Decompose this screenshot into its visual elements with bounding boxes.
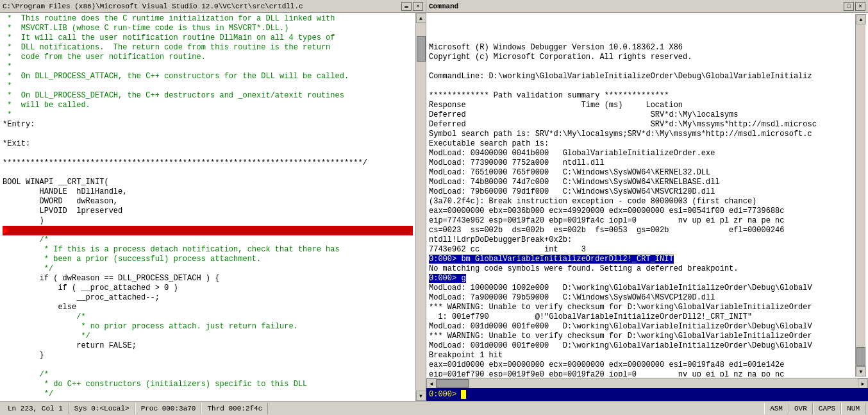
command-content: Microsoft (R) Windows Debugger Version 1…	[426, 13, 868, 401]
code-line: *Exit:	[3, 139, 413, 149]
close-button[interactable]: ✕	[413, 2, 423, 11]
cmd-scroll-down[interactable]: ▼	[856, 366, 866, 377]
command-title: Command	[429, 3, 458, 10]
command-line: eax=00000000 ebx=0036b000 ecx=49920000 e…	[429, 207, 855, 216]
code-line: /*	[3, 235, 413, 245]
command-line: ModLoad: 74b80000 74d7c000 C:\Windows\Sy…	[429, 178, 855, 187]
command-horizontal-scrollbar[interactable]: ◄ ►	[426, 378, 868, 388]
cmd-scroll-up[interactable]: ▲	[856, 14, 866, 24]
code-line: DWORD dwReason,	[3, 197, 413, 207]
code-line: *	[3, 110, 413, 120]
code-line: __proc_attached--;	[3, 293, 413, 303]
code-line: * If this is a process detach notificati…	[3, 245, 413, 255]
scroll-track[interactable]	[416, 23, 426, 391]
scroll-thumb[interactable]	[417, 36, 426, 62]
command-close-btn[interactable]: ✕	[855, 2, 865, 11]
command-line	[429, 62, 855, 72]
code-line: /*	[3, 370, 413, 380]
command-line: eip=001ef790 esp=0019f9e0 ebp=0019fa20 i…	[429, 370, 855, 377]
code-line: * do C++ constructors (initializers) spe…	[3, 380, 413, 389]
command-line: ModLoad: 10000000 1002e000 D:\working\Gl…	[429, 284, 855, 293]
command-line: CommandLine: D:\working\GlobalVariableIn…	[429, 72, 855, 81]
command-output-area: Microsoft (R) Windows Debugger Version 1…	[426, 13, 868, 378]
minimize-button[interactable]: ▬	[401, 2, 412, 11]
command-line: ModLoad: 7a900000 79b59000 C:\Windows\Sy…	[429, 293, 855, 303]
command-titlebar: Command □ ✕	[426, 0, 868, 13]
status-asm: ASM	[764, 403, 789, 414]
code-panel: C:\Program Files (x86)\Microsoft Visual …	[0, 0, 426, 401]
cmd-scroll-thumb[interactable]	[856, 347, 865, 366]
code-line	[3, 360, 413, 370]
command-line: Symbol search path is: SRV*d:\My\localsy…	[429, 130, 855, 139]
code-scroll-area[interactable]: * This routine does the C runtime initia…	[0, 13, 415, 401]
code-line: if ( dwReason == DLL_PROCESS_DETACH ) {	[3, 274, 413, 284]
command-line	[429, 81, 855, 91]
code-line: * will be called.	[3, 101, 413, 110]
cmd-scroll-hthumb[interactable]	[437, 379, 469, 388]
code-line: LPVOID lpreserved	[3, 207, 413, 216]
cmd-scroll-left[interactable]: ◄	[426, 378, 437, 389]
command-line: ModLoad: 00400000 0041b000 GlobalVariabl…	[429, 149, 855, 158]
command-line: No matching code symbols were found. Set…	[429, 264, 855, 274]
command-vertical-scrollbar[interactable]: ▲ ▼	[855, 14, 865, 377]
command-line: Deferred SRV*d:\My\localsyms	[429, 110, 855, 120]
code-line: * no prior process attach. just return f…	[3, 322, 413, 332]
command-input-row: 0:000>	[426, 388, 868, 401]
code-line: }	[3, 351, 413, 360]
command-cursor	[461, 390, 466, 399]
command-line: Deferred SRV*d:\My\mssyms*http://msdl.mi…	[429, 120, 855, 130]
command-line: ************* Path validation summary **…	[429, 91, 855, 101]
command-line: *** WARNING: Unable to verify checksum f…	[429, 303, 855, 312]
status-sys: Sys 0:<Local>	[69, 403, 135, 414]
command-maximize-btn[interactable]: □	[844, 2, 854, 11]
cmd-scroll-htrack[interactable]	[437, 378, 858, 388]
code-line: ****************************************…	[3, 158, 413, 168]
command-line: 0:000> bm GlobalVariableInitializeOrderD…	[429, 255, 855, 264]
scroll-down-btn[interactable]: ▼	[416, 391, 426, 401]
command-line: 0:000> g	[429, 274, 855, 284]
command-line: Breakpoint 1 hit	[429, 351, 855, 360]
code-line: * It will call the user notification rou…	[3, 33, 413, 43]
status-ovr: OVR	[789, 403, 813, 414]
command-text[interactable]: Microsoft (R) Windows Debugger Version 1…	[429, 14, 855, 377]
command-line: *** WARNING: Unable to verify checksum f…	[429, 332, 855, 341]
command-line: eax=001d0000 ebx=00000000 ecx=00000000 e…	[429, 360, 855, 370]
command-line: eip=7743e962 esp=0019fa20 ebp=0019fa4c i…	[429, 216, 855, 226]
code-line: /*	[3, 312, 413, 322]
code-line: */	[3, 264, 413, 274]
cmd-scroll-right[interactable]: ►	[858, 378, 868, 389]
command-panel: Command □ ✕ Microsoft (R) Windows Debugg…	[426, 0, 868, 401]
command-line: 1: 001ef790 @!"GlobalVariableInitializeO…	[429, 312, 855, 322]
command-line: ModLoad: 001d0000 001fe000 D:\working\Gl…	[429, 322, 855, 332]
command-line: Microsoft (R) Windows Debugger Version 1…	[429, 43, 855, 53]
cmd-scroll-track[interactable]	[856, 24, 865, 366]
code-title: C:\Program Files (x86)\Microsoft Visual …	[3, 3, 303, 10]
code-line: * been a prior (successful) process atta…	[3, 255, 413, 264]
command-line: Response Time (ms) Location	[429, 101, 855, 110]
command-line: cs=0023 ss=002b ds=002b es=002b fs=0053 …	[429, 226, 855, 235]
command-line: (3a70.2f4c): Break instruction exception…	[429, 197, 855, 207]
command-line: Copyright (c) Microsoft Corporation. All…	[429, 53, 855, 62]
status-thrd: Thrd 000:2f4c	[201, 403, 268, 414]
command-line: ntdll!LdrpDoDebuggerBreak+0x2b:	[429, 235, 855, 245]
command-line: ModLoad: 79b60000 79d1f000 C:\Windows\Sy…	[429, 187, 855, 197]
status-num: NUM	[841, 403, 865, 414]
command-line: ModLoad: 77390000 7752a000 ntdll.dll	[429, 158, 855, 168]
code-line: * code from the user notification routin…	[3, 53, 413, 62]
code-line: if ( __proc_attached > 0 )	[3, 284, 413, 293]
code-line	[3, 168, 413, 178]
titlebar-buttons: ▬ ✕	[401, 2, 423, 11]
code-line	[3, 226, 413, 235]
code-line: return FALSE;	[3, 341, 413, 351]
scroll-up-btn[interactable]: ▲	[416, 13, 426, 23]
status-bar: Ln 223, Col 1 Sys 0:<Local> Proc 000:3a7…	[0, 401, 868, 415]
code-line: *	[3, 62, 413, 72]
command-prompt: 0:000>	[429, 390, 461, 399]
command-line: ModLoad: 76510000 765f0000 C:\Windows\Sy…	[429, 168, 855, 178]
code-content: * This routine does the C runtime initia…	[0, 13, 426, 401]
code-vertical-scrollbar[interactable]: ▲ ▼	[415, 13, 426, 401]
code-line: * On DLL_PROCESS_DETACH, the C++ destruc…	[3, 91, 413, 101]
code-titlebar: C:\Program Files (x86)\Microsoft Visual …	[0, 0, 426, 13]
code-line: *	[3, 81, 413, 91]
code-line: */	[3, 332, 413, 341]
